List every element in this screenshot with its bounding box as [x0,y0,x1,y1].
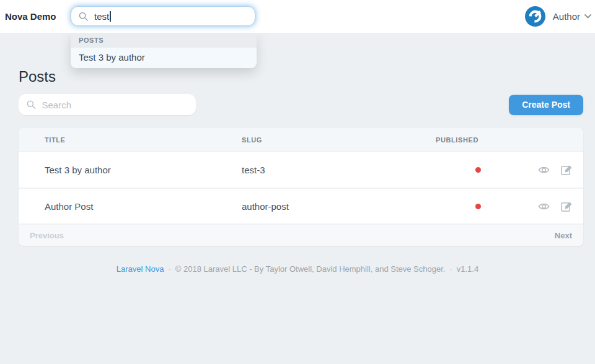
chevron-down-icon [584,14,591,19]
pagination-bar: Previous Next [19,223,583,246]
brand-link[interactable]: Nova Demo [5,0,56,33]
status-dot [475,204,481,209]
cell-title: Author Post [19,201,216,212]
previous-button[interactable]: Previous [30,231,64,240]
search-icon [79,12,88,21]
global-search-results: POSTS Test 3 by author [71,33,257,68]
cell-published [410,204,509,209]
separator-dot: · [449,264,452,274]
separator-dot: · [168,264,170,274]
table-row: Test 3 by author test-3 [19,152,583,188]
search-icon [27,100,36,110]
resource-search [19,94,196,115]
edit-icon[interactable] [560,164,572,176]
nova-logo-avatar-icon [525,6,545,27]
cell-slug: test-3 [216,165,410,175]
cell-title: Test 3 by author [19,165,216,175]
table-header-row: TITLE SLUG PUBLISHED [19,128,583,152]
create-post-button[interactable]: Create Post [509,95,583,115]
cell-slug: author-post [216,201,410,212]
version-text: v1.1.4 [457,264,478,274]
search-result-group-label: POSTS [71,33,257,48]
search-result-item[interactable]: Test 3 by author [71,48,257,68]
posts-table: TITLE SLUG PUBLISHED Test 3 by author te… [19,128,583,246]
copyright-text: © 2018 Laravel LLC - By Taylor Otwell, D… [175,264,446,274]
column-header-published: PUBLISHED [410,136,509,144]
column-header-title: TITLE [19,136,216,144]
user-name: Author [553,11,580,22]
text-cursor [110,11,111,22]
edit-icon[interactable] [560,201,572,212]
top-bar: Nova Demo test Author [0,0,595,33]
laravel-nova-link[interactable]: Laravel Nova [117,264,164,274]
user-menu-dropdown[interactable]: Author [553,11,591,22]
table-row: Author Post author-post [19,188,583,223]
status-dot [475,167,481,173]
page-title: Posts [19,69,595,84]
cell-published [410,167,509,173]
main-content: Posts Create Post TITLE SLUG PUBLISHED T… [0,33,595,274]
column-header-slug: SLUG [216,136,410,144]
global-search-value: test [94,11,109,22]
page-footer: Laravel Nova·© 2018 Laravel LLC - By Tay… [0,264,595,274]
view-icon[interactable] [538,164,550,176]
resource-search-input[interactable] [42,100,188,110]
global-search-input[interactable]: test [71,6,255,26]
next-button[interactable]: Next [555,231,572,240]
view-icon[interactable] [538,201,550,212]
